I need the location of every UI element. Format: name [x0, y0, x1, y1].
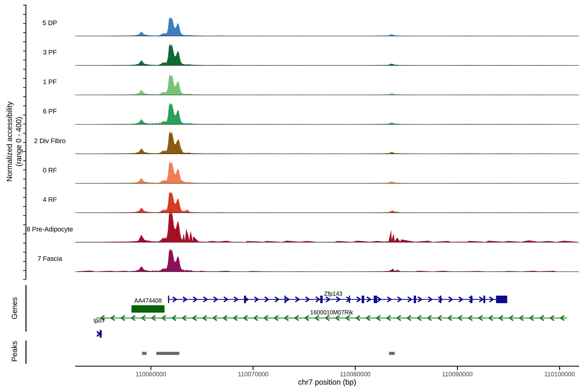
peak-region: [389, 352, 394, 355]
gene-label-aa474408: AA474408: [134, 298, 162, 304]
gene-zfp143-exon: [484, 296, 485, 303]
signal-area-5-dp: [75, 17, 579, 36]
x-tick-110100000: 110100000: [544, 371, 575, 378]
gene-label-zfp143: Zfp143: [324, 291, 342, 297]
gene-zfp143-exon: [414, 296, 416, 303]
x-tick-110080000: 110080000: [340, 371, 370, 378]
gene-label-ipo7: Ipo7: [94, 318, 105, 324]
gene-ipo7-exon: [100, 330, 102, 338]
track-label-0-rf: 0 RF: [14, 166, 86, 174]
genome-browser-figure: Normalized accessibility (range 0 - 400)…: [0, 0, 588, 392]
signal-area-6-pf: [75, 103, 579, 124]
x-tick-110060000: 110060000: [136, 371, 166, 378]
track-label-2-div-fibro: 2 Div Fibro: [14, 137, 86, 144]
x-axis-title: chr7 position (bp): [298, 378, 356, 386]
gene-zfp143-exon: [284, 296, 286, 303]
gene-zfp143-exon: [374, 296, 377, 303]
gene-zfp143-exon: [349, 296, 350, 303]
gene-zfp143-exon: [320, 296, 322, 303]
gene-zfp143-exon: [470, 296, 472, 303]
gene-aa474408-body: [132, 305, 164, 312]
peaks-section-bar: [26, 340, 26, 364]
track-label-6-pf: 6 PF: [14, 108, 86, 115]
track-label-3-pf: 3 PF: [14, 49, 86, 56]
gene-zfp143-exon: [362, 296, 364, 303]
track-label-1-pf: 1 PF: [14, 78, 86, 86]
peak-region: [142, 352, 146, 355]
gene-label-1600010m07rik: 1600010M07Rik: [310, 309, 353, 316]
signal-area-8-pre-adipocyte: [75, 211, 579, 242]
track-label-7-fascia: 7 Fascia: [14, 255, 86, 262]
gene-zfp143-exon: [168, 296, 169, 303]
peaks-section-caption: Peaks: [10, 319, 18, 384]
track-label-4-rf: 4 RF: [14, 196, 86, 203]
peak-region: [156, 352, 179, 355]
gene-zfp143-exon: [244, 296, 246, 303]
signal-area-2-div-fibro: [75, 132, 579, 154]
genes-section-bar: [26, 285, 26, 332]
signal-area-7-fascia: [75, 249, 579, 272]
gene-zfp143-terminal-exon: [496, 296, 507, 303]
gene-zfp143-exon: [440, 296, 442, 303]
track-label-5-dp: 5 DP: [14, 19, 86, 26]
signal-area-0-rf: [75, 162, 579, 183]
x-tick-110090000: 110090000: [442, 371, 472, 378]
signal-area-1-pf: [75, 74, 579, 95]
x-tick-110070000: 110070000: [238, 371, 268, 378]
genome-browser-canvas: [0, 0, 588, 392]
track-label-8-pre-adipocyte: 8 Pre-Adipocyte: [14, 226, 86, 233]
signal-area-4-rf: [75, 192, 579, 213]
signal-area-3-pf: [75, 44, 579, 66]
y-axis-title-line1: Normalized accessibility: [5, 60, 14, 223]
